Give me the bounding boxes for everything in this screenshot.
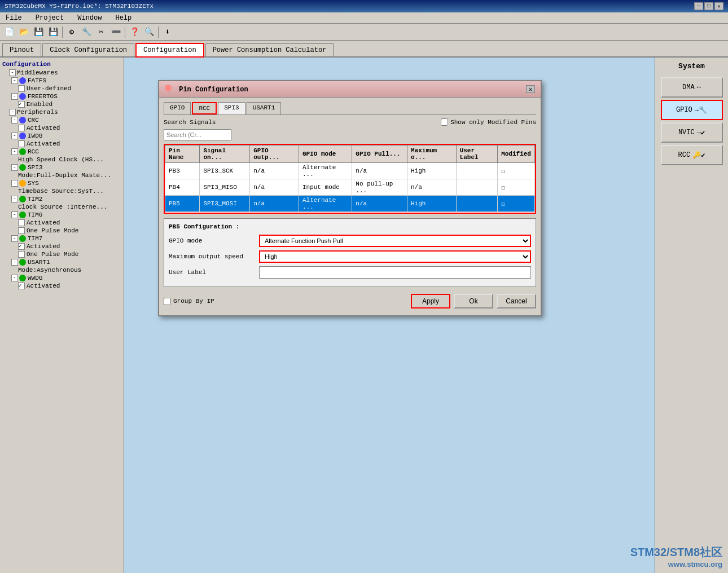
toolbar-btn-generate[interactable]: ⚙ <box>65 25 78 39</box>
tree-tim7-activated[interactable]: Activated <box>2 243 121 250</box>
expand-tim2[interactable]: - <box>11 196 18 202</box>
window-controls[interactable]: ─ □ ✕ <box>694 2 723 10</box>
toolbar-btn-open[interactable]: 📂 <box>17 25 30 39</box>
expand-usart1[interactable]: - <box>11 259 18 266</box>
toolbar-btn-help[interactable]: ❓ <box>128 25 141 39</box>
toolbar-btn-save[interactable]: 💾 <box>32 25 45 39</box>
expand-tim7[interactable]: - <box>11 235 18 242</box>
wwdg-activated-checkbox[interactable] <box>18 283 25 289</box>
toolbar: 📄 📂 💾 💾 ⚙ 🔧 ✂ ➖ ❓ 🔍 ⬇ <box>0 24 728 41</box>
group-by-ip-checkbox[interactable] <box>164 298 171 305</box>
expand-middlewares[interactable]: - <box>9 69 16 76</box>
toolbar-btn-cut[interactable]: ✂ <box>94 25 108 39</box>
toolbar-btn-minus[interactable]: ➖ <box>109 25 122 39</box>
tree-tim2[interactable]: - TIM2 <box>2 195 121 203</box>
apply-button[interactable]: Apply <box>411 294 450 308</box>
tree-iwdg-activated[interactable]: Activated <box>2 140 121 148</box>
tree-tim6[interactable]: - TIM6 <box>2 211 121 219</box>
dialog-tab-gpio[interactable]: GPIO <box>164 102 191 114</box>
expand-fatfs[interactable]: - <box>11 77 18 84</box>
toolbar-btn-download[interactable]: ⬇ <box>161 25 174 39</box>
menu-help[interactable]: Help <box>112 13 135 23</box>
tim7-activated-label: Activated <box>27 243 60 250</box>
tree-wwdg-activated[interactable]: Activated <box>2 282 121 290</box>
menu-window[interactable]: Window <box>74 13 105 23</box>
tab-pinout[interactable]: Pinout <box>2 43 41 56</box>
userdefined-checkbox[interactable] <box>18 85 25 92</box>
table-row[interactable]: PB5SPI3_MOSIn/aAlternate ...n/aHigh☑ <box>165 196 535 212</box>
expand-crc[interactable]: - <box>11 117 18 124</box>
toolbar-btn-search[interactable]: 🔍 <box>142 25 156 39</box>
tab-configuration[interactable]: Configuration <box>135 43 204 58</box>
tree-sys[interactable]: - SYS <box>2 179 121 187</box>
rcc-sys-button[interactable]: RCC 🔑✔ <box>661 145 723 165</box>
nvic-button[interactable]: NVIC →✔ <box>661 122 723 143</box>
gpio-button[interactable]: GPIO →🔧 <box>661 100 723 120</box>
toolbar-btn-save2[interactable]: 💾 <box>46 25 60 39</box>
config-section: PB5 Configuration : GPIO mode Alternate … <box>164 218 536 287</box>
tim7-activated-checkbox[interactable] <box>18 243 25 250</box>
dialog-close-button[interactable]: ✕ <box>526 85 535 93</box>
menu-file[interactable]: File <box>2 13 25 23</box>
tree-usart1-mode[interactable]: Mode:Asynchronous <box>2 266 121 274</box>
iwdg-activated-checkbox[interactable] <box>18 140 25 147</box>
expand-peripherals[interactable]: - <box>9 109 16 116</box>
user-label-input[interactable] <box>259 266 531 279</box>
minimize-button[interactable]: ─ <box>694 2 703 10</box>
expand-spi3[interactable]: - <box>11 164 18 171</box>
tim7-onepulse-checkbox[interactable] <box>18 251 25 258</box>
dialog-tab-rcc[interactable]: RCC <box>192 102 217 114</box>
toolbar-btn-settings[interactable]: 🔧 <box>80 25 93 39</box>
fatfs-label: FATFS <box>28 77 46 84</box>
tree-fatfs[interactable]: - FATFS <box>2 77 121 85</box>
dma-button[interactable]: DMA ↔️ <box>661 77 723 98</box>
tree-tim6-activated[interactable]: Activated <box>2 219 121 227</box>
table-row[interactable]: PB4SPI3_MISOn/aInput modeNo pull-up ...n… <box>165 179 535 196</box>
tree-crc-activated[interactable]: Activated <box>2 124 121 132</box>
search-input[interactable] <box>164 129 231 140</box>
tab-power[interactable]: Power Consumption Calculator <box>205 43 334 56</box>
tree-spi3-mode[interactable]: Mode:Full-Duplex Maste... <box>2 171 121 179</box>
tree-rcc-hsc[interactable]: High Speed Clock (HS... <box>2 156 121 164</box>
crc-activated-checkbox[interactable] <box>18 125 25 131</box>
expand-sys[interactable]: - <box>11 180 18 187</box>
tree-spi3[interactable]: - SPI3 <box>2 164 121 171</box>
toolbar-btn-new[interactable]: 📄 <box>2 25 16 39</box>
tree-tim2-clock[interactable]: Clock Source :Interne... <box>2 203 121 211</box>
expand-iwdg[interactable]: - <box>11 133 18 139</box>
expand-freertos[interactable]: - <box>11 93 18 100</box>
tim6-activated-checkbox[interactable] <box>18 219 25 226</box>
tree-tim6-onepulse[interactable]: One Pulse Mode <box>2 227 121 235</box>
tree-userdefined[interactable]: User-defined <box>2 85 121 92</box>
tree-crc[interactable]: - CRC <box>2 116 121 124</box>
table-row[interactable]: PB3SPI3_SCKn/aAlternate ...n/aHigh☐ <box>165 163 535 179</box>
maximize-button[interactable]: □ <box>704 2 713 10</box>
ok-button[interactable]: Ok <box>454 294 493 308</box>
tree-freertos[interactable]: - FREERTOS <box>2 92 121 100</box>
dialog-tab-spi3[interactable]: SPI3 <box>218 102 245 114</box>
tree-iwdg[interactable]: - IWDG <box>2 132 121 140</box>
tree-enabled[interactable]: Enabled <box>2 100 121 108</box>
max-speed-select[interactable]: Low Medium High <box>259 250 531 263</box>
tree-middlewares[interactable]: - Middlewares <box>2 69 121 77</box>
tree-peripherals[interactable]: - Peripherals <box>2 108 121 116</box>
expand-rcc[interactable]: - <box>11 148 18 155</box>
gpio-mode-select[interactable]: Alternate Function Push Pull Alternate F… <box>259 235 531 247</box>
menu-project[interactable]: Project <box>32 13 67 23</box>
show-modified-checkbox[interactable] <box>441 118 448 126</box>
tim7-label: TIM7 <box>28 235 42 242</box>
tree-tim7-onepulse[interactable]: One Pulse Mode <box>2 250 121 258</box>
expand-tim6[interactable]: - <box>11 211 18 218</box>
tree-sys-timebase[interactable]: Timebase Source:SysT... <box>2 187 121 195</box>
tree-usart1[interactable]: - USART1 <box>2 258 121 266</box>
expand-wwdg[interactable]: - <box>11 275 18 281</box>
tree-rcc[interactable]: - RCC <box>2 148 121 156</box>
enabled-checkbox[interactable] <box>18 101 25 108</box>
tree-wwdg[interactable]: - WWDG <box>2 274 121 282</box>
close-button[interactable]: ✕ <box>714 2 723 10</box>
tim6-onepulse-checkbox[interactable] <box>18 227 25 234</box>
tab-clock-config[interactable]: Clock Configuration <box>42 43 134 56</box>
tree-tim7[interactable]: - TIM7 <box>2 235 121 243</box>
cancel-button[interactable]: Cancel <box>497 294 536 308</box>
dialog-tab-usart1[interactable]: USART1 <box>247 102 282 114</box>
